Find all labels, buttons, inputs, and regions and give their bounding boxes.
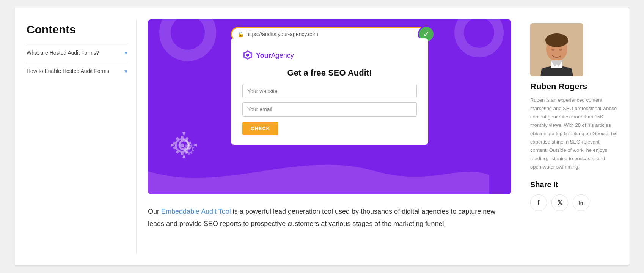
chevron-down-icon-2: ▼ <box>123 68 129 74</box>
facebook-icon: f <box>537 199 540 207</box>
sidebar: Contents What are Hosted Audit Forms? ▼ … <box>23 19 137 254</box>
check-button[interactable]: CHECK <box>242 122 278 135</box>
share-title: Share It <box>530 180 617 189</box>
wave-decoration <box>148 141 489 194</box>
right-sidebar: Ruben Rogers Ruben is an experienced con… <box>523 19 621 254</box>
twitter-share-button[interactable]: 𝕏 <box>551 194 568 211</box>
website-input[interactable] <box>242 84 417 98</box>
svg-point-11 <box>551 49 554 51</box>
address-text: https://audits.your-agency.com <box>246 31 422 37</box>
main-content: ⚙ ⚙ 🔒 https://audits.your-agency.com ✓ <box>137 19 523 254</box>
card-heading: Get a free SEO Audit! <box>242 68 417 78</box>
hero-image: ⚙ ⚙ 🔒 https://audits.your-agency.com ✓ <box>148 19 511 194</box>
email-input[interactable] <box>242 102 417 117</box>
logo-bold: Your <box>256 52 271 59</box>
author-avatar <box>530 23 583 76</box>
address-url: audits.your-agency.com <box>262 31 318 37</box>
linkedin-icon: in <box>579 200 583 206</box>
linkedin-share-button[interactable]: in <box>573 194 589 211</box>
sidebar-item-1[interactable]: What are Hosted Audit Forms? ▼ <box>27 44 129 62</box>
chevron-down-icon-1: ▼ <box>123 50 129 56</box>
lock-icon: 🔒 <box>237 31 244 37</box>
embeddable-audit-tool-link[interactable]: Embeddable Audit Tool <box>161 208 231 215</box>
svg-point-12 <box>559 49 562 51</box>
decorative-circle-left <box>159 19 216 61</box>
logo-text: YourAgency <box>256 52 294 60</box>
sidebar-item-2-label: How to Enable Hosted Audit Forms <box>27 68 120 75</box>
page-wrapper: Contents What are Hosted Audit Forms? ▼ … <box>15 8 629 266</box>
twitter-icon: 𝕏 <box>557 199 563 207</box>
facebook-share-button[interactable]: f <box>530 194 547 211</box>
logo-icon <box>242 50 253 62</box>
sidebar-item-1-label: What are Hosted Audit Forms? <box>27 49 120 57</box>
share-buttons: f 𝕏 in <box>530 194 617 211</box>
author-bio: Ruben is an experienced content marketin… <box>530 96 617 172</box>
sidebar-item-2[interactable]: How to Enable Hosted Audit Forms ▼ <box>27 62 129 80</box>
card-logo: YourAgency <box>242 50 417 62</box>
logo-light: Agency <box>271 52 294 59</box>
body-text-before-link: Our <box>148 208 161 215</box>
body-paragraph: Our Embeddable Audit Tool is a powerful … <box>148 205 511 230</box>
sidebar-title: Contents <box>27 23 129 36</box>
browser-mockup: 🔒 https://audits.your-agency.com ✓ <box>231 27 428 145</box>
author-name: Ruben Rogers <box>530 82 617 92</box>
audit-card: YourAgency Get a free SEO Audit! CHECK <box>231 38 428 145</box>
decorative-circle-right <box>454 19 504 57</box>
protocol: https:// <box>246 31 262 37</box>
